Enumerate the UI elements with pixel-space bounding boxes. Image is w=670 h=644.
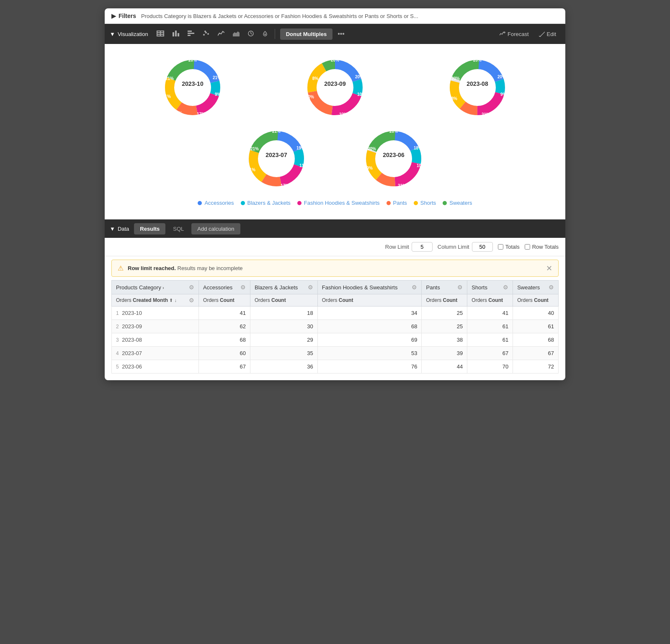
totals-checkbox[interactable] <box>498 244 503 250</box>
svg-text:21%: 21% <box>272 129 281 134</box>
table-row: 2 2023-09 62 30 68 25 61 61 <box>112 320 559 333</box>
svg-text:8%: 8% <box>312 76 319 81</box>
products-category-chevron: › <box>162 286 164 290</box>
subheader-pants-count: Orders Count <box>422 294 467 307</box>
svg-text:12%: 12% <box>374 183 382 188</box>
subheader-blazers-count: Orders Count <box>250 294 318 307</box>
table-header-group-row: Products Category › ⚙ Accessories ⚙ Blaz… <box>112 281 559 294</box>
table-body: 1 2023-10 41 18 34 25 41 40 2 2023-09 62… <box>112 307 559 374</box>
svg-text:21%: 21% <box>165 76 174 81</box>
svg-marker-17 <box>233 31 240 36</box>
svg-text:11%: 11% <box>459 112 467 117</box>
legend-label-accessories: Accessories <box>204 200 234 206</box>
cell-row4-sweaters: 67 <box>513 347 559 360</box>
svg-text:20%: 20% <box>315 112 323 117</box>
svg-point-21 <box>265 34 265 35</box>
legend-label-shorts: Shorts <box>420 200 436 206</box>
filters-label: Filters <box>119 13 136 19</box>
svg-text:22%: 22% <box>339 112 348 117</box>
viz-more-btn[interactable]: ••• <box>334 28 348 40</box>
svg-rect-11 <box>188 33 194 34</box>
filters-toggle[interactable]: ▶ Filters <box>111 13 136 19</box>
shorts-gear-icon[interactable]: ⚙ <box>503 284 508 291</box>
table-container: Products Category › ⚙ Accessories ⚙ Blaz… <box>105 280 565 380</box>
add-calculation-btn[interactable]: Add calculation <box>191 223 240 234</box>
svg-line-24 <box>540 32 545 37</box>
svg-rect-10 <box>188 31 192 32</box>
results-tab[interactable]: Results <box>134 223 165 234</box>
svg-text:17%: 17% <box>281 183 289 188</box>
forecast-btn[interactable]: Forecast <box>495 28 533 40</box>
svg-line-20 <box>251 33 252 34</box>
legend-pants[interactable]: Pants <box>387 200 407 206</box>
accessories-gear-icon[interactable]: ⚙ <box>240 284 246 291</box>
viz-active-label: Donut Multiples <box>280 28 333 40</box>
pants-gear-icon[interactable]: ⚙ <box>457 284 463 291</box>
fashion-gear-icon[interactable]: ⚙ <box>412 284 417 291</box>
viz-hbar-icon-btn[interactable] <box>184 28 198 40</box>
svg-text:10%: 10% <box>417 163 425 168</box>
warning-text: Row limit reached. Results may be incomp… <box>128 265 542 271</box>
viz-line-icon-btn[interactable] <box>214 28 228 40</box>
svg-text:19%: 19% <box>364 166 373 170</box>
viz-clock-icon-btn[interactable] <box>245 28 257 40</box>
sql-tab[interactable]: SQL <box>167 223 190 234</box>
main-container: ▶ Filters Products Category is Blazers &… <box>105 8 565 380</box>
svg-text:21%: 21% <box>482 112 490 117</box>
totals-checkbox-label[interactable]: Totals <box>498 244 520 250</box>
svg-text:20%: 20% <box>368 147 376 151</box>
legend-sweaters[interactable]: Sweaters <box>443 200 472 206</box>
cell-row2-sweaters: 61 <box>513 320 559 333</box>
col-limit-input[interactable] <box>472 242 493 252</box>
sort-icon[interactable]: ⬆ ↓ <box>169 298 177 303</box>
legend-shorts[interactable]: Shorts <box>414 200 436 206</box>
table-subheader-row: Orders Created Month ⬆ ↓ ⚙ Orders Count … <box>112 294 559 307</box>
cell-row2-period: 2 2023-09 <box>112 320 199 333</box>
donut-2023-06: 2023-06 20% 18% 10% 21% 12% 19% 20% <box>360 125 427 192</box>
viz-map-icon-btn[interactable] <box>259 28 271 40</box>
cell-row4-pants: 39 <box>422 347 467 360</box>
cell-row5-accessories: 67 <box>199 360 250 374</box>
period-subheader-gear-icon[interactable]: ⚙ <box>189 297 194 304</box>
chevron-down-icon: ▼ <box>110 31 115 37</box>
cell-row3-pants: 38 <box>422 333 467 347</box>
legend-blazers[interactable]: Blazers & Jackets <box>241 200 291 206</box>
legend-label-blazers: Blazers & Jackets <box>247 200 291 206</box>
svg-text:13%: 13% <box>174 111 182 116</box>
data-chevron-icon: ▼ <box>110 226 115 232</box>
warning-close-btn[interactable]: ✕ <box>546 265 552 272</box>
row-totals-checkbox[interactable] <box>525 244 530 250</box>
viz-area-icon-btn[interactable] <box>229 28 243 40</box>
svg-text:12%: 12% <box>258 183 266 188</box>
row-totals-checkbox-label[interactable]: Row Totals <box>525 244 559 250</box>
edit-btn[interactable]: Edit <box>535 28 560 40</box>
subheader-period: Orders Created Month ⬆ ↓ ⚙ <box>112 294 199 307</box>
donut-2023-09: 2023-09 20% 20% 10% 22% 20% 20% 8% <box>302 54 368 121</box>
legend-accessories[interactable]: Accessories <box>198 200 234 206</box>
svg-text:18%: 18% <box>449 96 457 101</box>
viz-scatter-icon-btn[interactable] <box>199 28 213 40</box>
svg-text:11%: 11% <box>299 163 308 168</box>
filters-text: Products Category is Blazers & Jackets o… <box>141 13 418 19</box>
svg-rect-7 <box>173 32 174 36</box>
chevron-right-icon: ▶ <box>111 13 116 19</box>
cell-row1-blazers: 18 <box>250 307 318 320</box>
products-category-gear-icon[interactable]: ⚙ <box>189 284 194 291</box>
viz-bar-icon-btn[interactable] <box>169 28 183 40</box>
svg-text:10%: 10% <box>357 92 366 97</box>
legend-dot-pants <box>387 201 391 205</box>
viz-separator <box>275 29 275 39</box>
sweaters-gear-icon[interactable]: ⚙ <box>549 284 554 291</box>
viz-table-icon-btn[interactable] <box>153 28 168 40</box>
warning-banner: ⚠ Row limit reached. Results may be inco… <box>111 260 559 277</box>
svg-text:21%: 21% <box>213 75 221 80</box>
viz-label: ▼ Visualization <box>110 31 148 37</box>
blazers-gear-icon[interactable]: ⚙ <box>308 284 313 291</box>
legend-fashion[interactable]: Fashion Hoodies & Sweatshirts <box>297 200 380 206</box>
cell-row3-fashion: 69 <box>317 333 422 347</box>
svg-point-16 <box>204 31 206 32</box>
svg-text:20%: 20% <box>355 75 363 79</box>
col-header-shorts: Shorts ⚙ <box>467 281 513 294</box>
svg-text:20%: 20% <box>497 75 506 79</box>
row-limit-input[interactable] <box>412 242 433 252</box>
